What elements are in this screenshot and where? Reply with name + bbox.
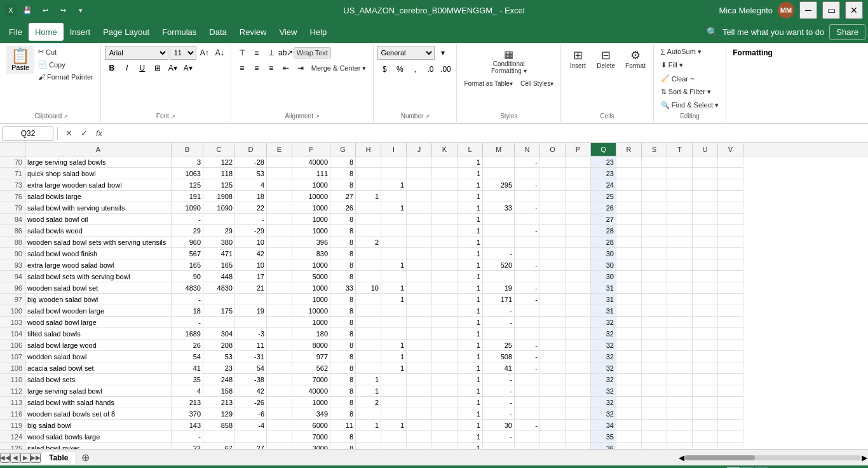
align-bottom-button[interactable]: ⊥ (264, 46, 278, 60)
cell-v[interactable] (718, 408, 743, 419)
cell-c[interactable]: 122 (203, 156, 235, 167)
table-row[interactable]: wood salad bowls large-700081-35 (25, 431, 743, 443)
cell-f[interactable]: 3000 (292, 443, 330, 449)
cell-f[interactable]: 40000 (292, 385, 330, 396)
cell-m[interactable] (483, 214, 515, 224)
cell-s[interactable] (642, 408, 667, 419)
cell-n[interactable]: - (515, 294, 540, 305)
cell-m[interactable]: 33 (483, 202, 515, 213)
cell-c[interactable]: 858 (203, 420, 235, 430)
cell-q[interactable]: 27 (591, 214, 616, 224)
cell-g[interactable]: 8 (330, 225, 356, 236)
cell-e[interactable] (267, 225, 292, 236)
cell-e[interactable] (267, 191, 292, 202)
decrease-font-button[interactable]: A↓ (213, 46, 227, 60)
cell-i[interactable]: 1 (381, 282, 407, 293)
col-header-t[interactable]: T (667, 143, 693, 156)
cell-b[interactable]: 1689 (172, 328, 203, 339)
cell-f[interactable]: 830 (292, 248, 330, 259)
cell-b[interactable]: 567 (172, 248, 203, 259)
cell-s[interactable] (642, 225, 667, 236)
cell-d[interactable]: - (235, 214, 267, 224)
cell-v[interactable] (718, 328, 743, 339)
table-row[interactable]: big wooden salad bowl-1000811171-31 (25, 294, 743, 305)
cell-q[interactable]: 32 (591, 317, 616, 327)
cell-n[interactable] (515, 168, 540, 179)
cell-n[interactable] (515, 214, 540, 224)
cell-e[interactable] (267, 305, 292, 316)
cell-j[interactable] (407, 248, 432, 259)
format-painter-button[interactable]: 🖌 Format Painter (35, 71, 97, 83)
cell-f[interactable]: 1000 (292, 317, 330, 327)
cell-f[interactable]: 40000 (292, 156, 330, 167)
cell-c[interactable]: 175 (203, 305, 235, 316)
cell-v[interactable] (718, 420, 743, 430)
cell-l[interactable]: 1 (458, 340, 483, 350)
cell-u[interactable] (693, 431, 718, 442)
cell-j[interactable] (407, 431, 432, 442)
cell-n[interactable] (515, 191, 540, 202)
cell-n[interactable] (515, 248, 540, 259)
cell-g[interactable]: 8 (330, 259, 356, 270)
cell-u[interactable] (693, 237, 718, 247)
cell-f[interactable]: 10000 (292, 305, 330, 316)
col-header-i[interactable]: I (381, 143, 407, 156)
quick-redo-button[interactable]: ↪ (56, 3, 70, 17)
cell-l[interactable]: 1 (458, 225, 483, 236)
cell-h[interactable] (356, 408, 381, 419)
cell-i[interactable] (381, 374, 407, 385)
cell-f[interactable]: 1000 (292, 214, 330, 224)
cell-g[interactable]: 8 (330, 328, 356, 339)
cell-q[interactable]: 35 (591, 431, 616, 442)
cell-f[interactable]: 1000 (292, 294, 330, 305)
col-header-q[interactable]: Q (591, 143, 616, 156)
cell-p[interactable] (566, 202, 591, 213)
cancel-formula-button[interactable]: ✕ (62, 127, 76, 141)
cell-d[interactable]: -29 (235, 225, 267, 236)
cell-q[interactable]: 32 (591, 351, 616, 362)
cell-s[interactable] (642, 156, 667, 167)
cell-j[interactable] (407, 443, 432, 449)
cell-q[interactable]: 30 (591, 271, 616, 282)
cell-k[interactable] (432, 248, 458, 259)
cell-o[interactable] (540, 362, 566, 373)
cell-m[interactable]: - (483, 397, 515, 408)
h-scroll-track[interactable] (685, 455, 860, 460)
fill-button[interactable]: ⬇ Fill ▾ (658, 59, 722, 71)
cell-o[interactable] (540, 225, 566, 236)
percent-button[interactable]: % (393, 62, 407, 76)
cell-v[interactable] (718, 340, 743, 350)
cell-c[interactable]: 129 (203, 408, 235, 419)
cell-p[interactable] (566, 271, 591, 282)
cell-l[interactable]: 1 (458, 362, 483, 373)
cell-f[interactable]: 349 (292, 408, 330, 419)
formula-input[interactable] (109, 129, 865, 138)
cell-o[interactable] (540, 179, 566, 190)
cell-b[interactable]: 26 (172, 340, 203, 350)
col-header-b[interactable]: B (172, 143, 203, 156)
cell-c[interactable]: 1090 (203, 202, 235, 213)
cell-i[interactable] (381, 317, 407, 327)
cell-r[interactable] (616, 420, 642, 430)
cell-c[interactable]: 471 (203, 248, 235, 259)
cell-d[interactable]: 17 (235, 271, 267, 282)
cell-l[interactable]: 1 (458, 202, 483, 213)
cell-u[interactable] (693, 248, 718, 259)
table-row[interactable]: salad bowl sets35248-387000811-32 (25, 374, 743, 385)
table-row[interactable]: acacia salad bowl set41235456281141-32 (25, 362, 743, 374)
cell-i[interactable]: 1 (381, 362, 407, 373)
cell-b[interactable]: 213 (172, 397, 203, 408)
cell-o[interactable] (540, 237, 566, 247)
cell-s[interactable] (642, 305, 667, 316)
cell-k[interactable] (432, 397, 458, 408)
cell-l[interactable]: 1 (458, 294, 483, 305)
cell-c[interactable]: 158 (203, 385, 235, 396)
cell-b[interactable]: - (172, 317, 203, 327)
cell-i[interactable] (381, 225, 407, 236)
conditional-formatting-button[interactable]: ▦ Conditional Formatting ▾ (461, 46, 557, 77)
cell-v[interactable] (718, 317, 743, 327)
cell-i[interactable] (381, 168, 407, 179)
cell-p[interactable] (566, 248, 591, 259)
col-header-v[interactable]: V (718, 143, 743, 156)
cell-t[interactable] (667, 179, 693, 190)
